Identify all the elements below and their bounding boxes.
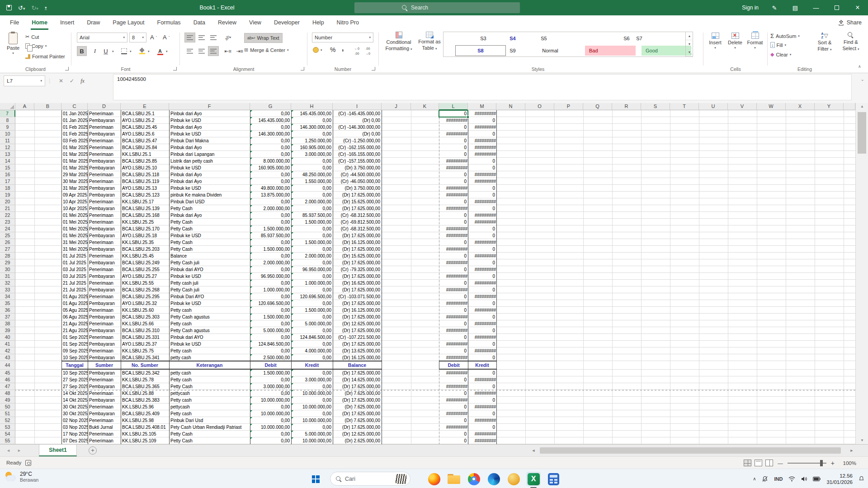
cell-E34[interactable]: BCA.LSBU.25.295 [121, 293, 169, 300]
cell-D24[interactable]: Pembayaran [88, 225, 121, 232]
cell-D42[interactable]: Penerimaan [88, 347, 121, 354]
cell-E17[interactable]: BCA.LSBU.25.119 [121, 178, 169, 185]
cell-F11[interactable]: Pinbuk Dari Makna [169, 137, 250, 144]
column-header-I[interactable]: I [333, 103, 382, 110]
row-header-42[interactable]: 42 [0, 347, 15, 354]
row-header-43[interactable]: 43 [0, 354, 15, 361]
redo-button[interactable]: ↻▾ [31, 5, 38, 11]
cell-D18[interactable]: Pembayaran [88, 185, 121, 192]
cell-E51[interactable]: BCA.LSBU.25.409 [121, 410, 169, 417]
cell-F55[interactable]: Petty Cash [169, 437, 250, 444]
zoom-in-icon[interactable]: + [831, 460, 835, 467]
cell-L38[interactable]: 0 [439, 320, 468, 327]
zoom-out-icon[interactable]: — [778, 460, 783, 466]
cell-H28[interactable]: 2.000.000,00 [291, 253, 333, 259]
paste-button[interactable]: Paste▾ [4, 33, 23, 55]
cell-I17[interactable]: (Cr) -46.050.000,00 [333, 178, 382, 185]
cell-C25[interactable]: 01 Mei 2025 [61, 232, 88, 239]
cell-L40[interactable]: 0 [439, 334, 468, 341]
cell-H52[interactable]: 10.000.000,00 [291, 417, 333, 424]
cell-M38[interactable]: ######### [468, 320, 496, 327]
cell-F26[interactable]: Petty Cash [169, 239, 250, 246]
cell-D7[interactable]: Penerimaan [88, 110, 121, 117]
cell-I8[interactable]: (Dr) 0,00 [333, 117, 382, 124]
number-format-select[interactable]: Number▾ [312, 33, 373, 42]
cell-D46[interactable]: Penerimaan [88, 376, 121, 383]
cell-I47[interactable]: (Dr) 17.625.000,00 [333, 383, 382, 390]
cell-I53[interactable]: (Dr) 17.625.000,00 [333, 424, 382, 431]
select-all-corner[interactable] [0, 103, 15, 110]
cell-D53[interactable]: Bukti Jurnal [88, 424, 121, 431]
cell-F48[interactable]: pettycash [169, 390, 250, 397]
cell-E30[interactable]: BCA.LSBU.25.255 [121, 266, 169, 273]
cell-G50[interactable]: 0,00 [250, 404, 291, 410]
row-header-50[interactable]: 50 [0, 404, 15, 410]
cell-E9[interactable]: BCA.LSBU.25.45 [121, 124, 169, 131]
tab-home[interactable]: Home [25, 15, 54, 30]
cell-F24[interactable]: Petty Cash [169, 225, 250, 232]
cell-F41[interactable]: Pinbuk ke USD [169, 341, 250, 347]
cell-C37[interactable]: 06 Agu 2025 [61, 314, 88, 320]
cell-G16[interactable]: 0,00 [250, 171, 291, 178]
cell-D8[interactable]: Pembayaran [88, 117, 121, 124]
cell-I15[interactable]: (Dr) 3.750.000,00 [333, 164, 382, 171]
style-item[interactable]: S9 [509, 45, 515, 56]
cell-D37[interactable]: Pembayaran [88, 314, 121, 320]
cell-F30[interactable]: Pinbuk dari AYO [169, 266, 250, 273]
cell-F45[interactable]: petty cash [169, 370, 250, 376]
cell-H29[interactable]: 0,00 [291, 259, 333, 266]
delete-cells-button[interactable]: Delete▾ [725, 33, 745, 50]
column-header-partial[interactable] [844, 103, 855, 110]
fill-button[interactable]: ↓Fill▾ [770, 42, 786, 48]
cell-H7[interactable]: 145.435.000,00 [291, 110, 333, 117]
cell-E18[interactable]: AYO.LSBU.25.13 [121, 185, 169, 192]
cell-D50[interactable]: Penerimaan [88, 404, 121, 410]
cell-C19[interactable]: 09 Apr 2025 [61, 192, 88, 198]
column-header-D[interactable]: D [88, 103, 121, 110]
cell-F8[interactable]: Pinbuk ke USD [169, 117, 250, 124]
row-header-14[interactable]: 14 [0, 158, 15, 164]
align-middle-button[interactable] [196, 33, 207, 42]
cell-H34[interactable]: 120.696.500,00 [291, 293, 333, 300]
quick-access-customize-icon[interactable]: ▾̲ [45, 5, 47, 10]
cell-L11[interactable]: 0 [439, 137, 468, 144]
cell-G47[interactable]: 3.000.000,00 [250, 383, 291, 390]
cell-F32[interactable]: Petty cash juli [169, 280, 250, 286]
cell-F42[interactable]: Petty cash [169, 347, 250, 354]
cell-G20[interactable]: 0,00 [250, 198, 291, 205]
cell-C17[interactable]: 30 Mar 2025 [61, 178, 88, 185]
cell-C53[interactable]: 03 Nop 2025 [61, 424, 88, 431]
cell-G53[interactable]: 10.000.000,00 [250, 424, 291, 431]
row-header-49[interactable]: 49 [0, 397, 15, 404]
row-header-33[interactable]: 33 [0, 286, 15, 293]
cell-M8[interactable]: 0 [468, 117, 496, 124]
cell-M14[interactable]: 0 [468, 158, 496, 164]
cell-D55[interactable]: Penerimaan [88, 437, 121, 444]
underline-dropdown-icon[interactable]: ▾ [112, 50, 114, 53]
cell-I14[interactable]: (Cr) -157.155.000,00 [333, 158, 382, 164]
cell-G45[interactable]: 1.500.000,00 [250, 370, 291, 376]
align-bottom-button[interactable] [208, 33, 219, 42]
cell-M31[interactable]: 0 [468, 273, 496, 280]
alignment-dialog-launcher[interactable] [301, 67, 304, 70]
cell-E40[interactable]: BCA.LSBU.25.331 [121, 334, 169, 341]
cell-I23[interactable]: (Cr) -69.812.500,00 [333, 219, 382, 225]
cell-G31[interactable]: 96.950.000,00 [250, 273, 291, 280]
cell-I40[interactable]: (Cr) -107.221.500,00 [333, 334, 382, 341]
cell-D39[interactable]: Pembayaran [88, 327, 121, 334]
cell-M11[interactable]: ######### [468, 137, 496, 144]
cell-G42[interactable]: 0,00 [250, 347, 291, 354]
cell-I38[interactable]: (Dr) 12.625.000,00 [333, 320, 382, 327]
cell-I54[interactable]: (Dr) 12.625.000,00 [333, 431, 382, 437]
autosum-button[interactable]: ΣAutoSum▾ [770, 33, 800, 39]
cell-H43[interactable]: 0,00 [291, 354, 333, 361]
cell-G24[interactable]: 1.500.000,00 [250, 225, 291, 232]
cell-C55[interactable]: 07 Des 2025 [61, 437, 88, 444]
cell-F10[interactable]: Pinbuk ke USD [169, 131, 250, 137]
find-select-button[interactable]: Find &Select ▾ [838, 32, 863, 51]
cell-E47[interactable]: BCA.LSBU.25.365 [121, 383, 169, 390]
cell-L16[interactable]: 0 [439, 171, 468, 178]
cell-G28[interactable]: 0,00 [250, 253, 291, 259]
cell-C14[interactable]: 01 Mar 2025 [61, 158, 88, 164]
cell-E21[interactable]: BCA.LSBU.25.139 [121, 205, 169, 212]
